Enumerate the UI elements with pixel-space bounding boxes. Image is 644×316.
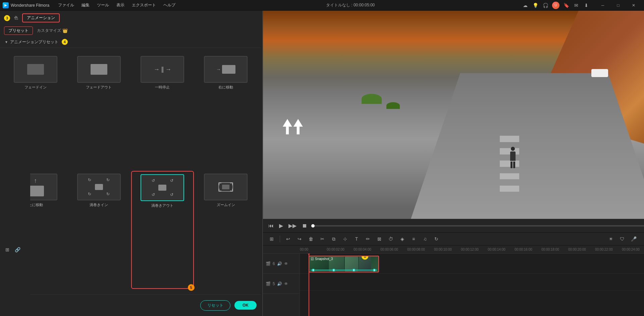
headset-icon[interactable]: 🎧 <box>542 2 549 9</box>
whirl-in-icon: ↻ ↻ ↻ ↻ <box>86 177 112 197</box>
menu-view[interactable]: 表示 <box>113 1 128 9</box>
anim-whirl-out[interactable]: ↺ ↺ ↺ ↺ 渦巻きアウト 5 <box>131 171 194 289</box>
anim-move-right[interactable]: → 右に移動 <box>195 53 257 170</box>
tool-cut[interactable]: ✂ <box>318 234 327 244</box>
menu-tools[interactable]: ツール <box>94 1 112 9</box>
tool-audio[interactable]: ♫ <box>420 234 430 244</box>
ruler-12: 00:00:24:00 <box>622 248 644 251</box>
animation-tab[interactable]: アニメーション <box>22 13 60 22</box>
menu-file[interactable]: ファイル <box>55 1 77 9</box>
progress-handle[interactable] <box>311 224 315 228</box>
collapse-arrow[interactable]: ▼ <box>5 40 8 44</box>
title-bar: ▶ Wondershare Filmora ファイル 編集 ツール 表示 エクス… <box>0 0 644 11</box>
anim-thumb-whirl-in: ↻ ↻ ↻ ↻ <box>77 174 121 200</box>
ruler-11: 00:00:22:00 <box>595 248 622 251</box>
kf-dot-2[interactable] <box>332 269 335 271</box>
anim-zoom-in[interactable]: ズームイン <box>195 171 257 289</box>
anim-label-pause: 一時停止 <box>155 85 170 90</box>
ok-button[interactable]: OK <box>234 301 257 310</box>
separator-1 <box>280 236 280 242</box>
reset-button[interactable]: リセット <box>200 300 230 311</box>
tool-note[interactable]: ♪ <box>640 234 644 244</box>
anim-thumb-pause: →‖→ <box>141 56 184 83</box>
download-icon[interactable]: ⬇ <box>583 2 590 9</box>
annotation-5: 5 <box>188 284 195 291</box>
thumb-frame-3 <box>345 257 358 271</box>
anim-thumb-whirl-out: ↺ ↺ ↺ ↺ <box>141 174 184 201</box>
track-icon-1: 🎬 <box>266 261 271 266</box>
track-lanes: 🖼 Snapshot_3 <box>300 254 644 316</box>
track-header-1: 🎬 6 🔊 👁 <box>263 254 300 274</box>
tool-redo[interactable]: ↪ <box>295 234 304 244</box>
tool-copy[interactable]: ⧉ <box>329 234 338 244</box>
tool-text[interactable]: T <box>352 234 361 244</box>
kf-dot-4[interactable] <box>373 269 376 271</box>
anim-label-fade-out: フェードアウト <box>86 85 112 90</box>
tool-sun[interactable]: ☀ <box>606 234 615 244</box>
close-button[interactable]: ✕ <box>626 0 641 11</box>
right-panel: N ⏮ ▶ ▶▶ ⏹ { } 00:00:00:00 <box>263 11 644 316</box>
anim-pause[interactable]: →‖→ 一時停止 <box>131 53 194 170</box>
ruler-10: 00:00:20:00 <box>568 248 595 251</box>
mail-icon[interactable]: ✉ <box>573 2 580 9</box>
zoom-in-icon <box>218 182 233 192</box>
preset-tab[interactable]: プリセット <box>4 26 33 35</box>
tool-grid[interactable]: ⊞ <box>267 234 276 244</box>
person-silhouette <box>509 147 516 167</box>
annotation-4: 4 <box>62 39 68 45</box>
clip-snapshot3[interactable]: 🖼 Snapshot_3 <box>309 256 379 272</box>
track-lane-2 <box>300 274 644 291</box>
bulb-icon[interactable]: 💡 <box>532 2 539 9</box>
tool-transform[interactable]: ⊹ <box>340 234 350 244</box>
minimize-button[interactable]: ─ <box>595 0 610 11</box>
anim-thumb-zoom-in <box>204 174 248 200</box>
tool-equalizer[interactable]: ≡ <box>409 234 418 244</box>
cloud-icon[interactable]: ☁ <box>522 2 529 9</box>
step-back-button[interactable]: ⏮ <box>267 222 275 230</box>
track-num-2: 5 <box>273 281 275 286</box>
bush2 <box>386 102 400 109</box>
play-button[interactable]: ▶ <box>278 221 284 230</box>
menu-help[interactable]: ヘルプ <box>160 1 179 9</box>
track-eye-btn[interactable]: 👁 <box>284 261 288 266</box>
track2-eye-btn[interactable]: 👁 <box>284 281 288 286</box>
bookmark-icon[interactable]: 🔖 <box>563 2 570 9</box>
track2-audio-btn[interactable]: 🔊 <box>277 281 282 286</box>
crown-icon: 👑 <box>62 28 68 33</box>
tool-crop[interactable]: ⊠ <box>375 234 384 244</box>
kf-dot-1[interactable] <box>312 269 315 271</box>
anim-label-move-up: 上に移動 <box>28 202 43 207</box>
user-avatar[interactable]: U <box>552 2 559 9</box>
track-audio-btn[interactable]: 🔊 <box>277 261 282 266</box>
customize-tab[interactable]: カスタマイズ 👑 <box>37 28 68 34</box>
playhead <box>309 254 309 316</box>
ruler-4: 00:00:08:00 <box>407 248 434 251</box>
tool-mask[interactable]: ◈ <box>397 234 407 244</box>
menu-edit[interactable]: 編集 <box>78 1 93 9</box>
track-icon-2: 🎬 <box>266 281 271 286</box>
main-area: 3 色 アニメーション プリセット カスタマイズ 👑 ▼ アニメーションプリセッ… <box>0 11 644 316</box>
anim-fade-out[interactable]: フェードアウト <box>67 53 130 170</box>
section-header: ▼ アニメーションプリセット 4 <box>0 36 261 48</box>
tool-pen[interactable]: ✏ <box>363 234 373 244</box>
playhead-top <box>309 254 309 258</box>
play-forward-button[interactable]: ▶▶ <box>287 221 298 230</box>
maximize-button[interactable]: □ <box>610 0 626 11</box>
tool-shield[interactable]: 🛡 <box>618 234 627 244</box>
stop-button[interactable]: ⏹ <box>301 222 309 230</box>
ruler-2: 00:00:04:00 <box>354 248 380 251</box>
anim-whirl-in[interactable]: ↻ ↻ ↻ ↻ 渦巻きイン <box>67 171 130 289</box>
tool-delete[interactable]: 🗑 <box>306 234 316 244</box>
timeline-content: 🎬 6 🔊 👁 🎬 5 🔊 👁 <box>263 254 644 316</box>
tool-undo[interactable]: ↩ <box>283 234 293 244</box>
tool-timer[interactable]: ⏱ <box>386 234 395 244</box>
tool-mic[interactable]: 🎤 <box>629 234 638 244</box>
track-num-1: 6 <box>273 261 275 266</box>
video-preview: N <box>263 11 644 219</box>
color-tab-label[interactable]: 色 <box>14 15 18 21</box>
menu-export[interactable]: エクスポート <box>128 1 159 9</box>
tool-rotate[interactable]: ↻ <box>432 234 441 244</box>
playback-bar: ⏮ ▶ ▶▶ ⏹ { } 00:00:00:00 フル ⊞ 📷 🔊 📤 ⚙ <box>263 219 644 232</box>
progress-track[interactable] <box>311 225 644 227</box>
ruler-5: 00:00:10:00 <box>434 248 461 251</box>
